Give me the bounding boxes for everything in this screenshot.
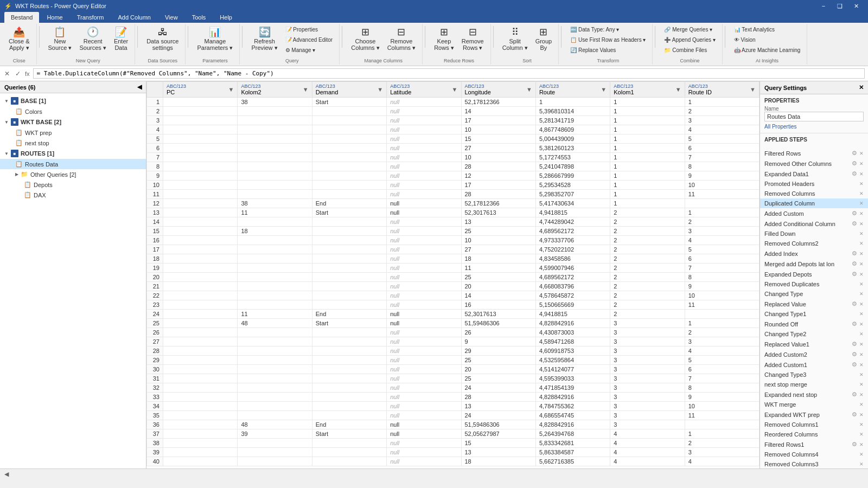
- step-delete-icon[interactable]: ✕: [859, 211, 864, 216]
- table-row[interactable]: 2null145,39681031412: [147, 107, 760, 116]
- table-row[interactable]: 3648Endnull51,594863064,8288429163: [147, 420, 760, 429]
- step-delete-icon[interactable]: ✕: [859, 161, 864, 166]
- kolom1-filter-icon[interactable]: ▼: [675, 86, 681, 93]
- step-gear-icon[interactable]: ⚙: [852, 351, 857, 358]
- step-delete-icon[interactable]: ✕: [859, 382, 864, 387]
- step-item[interactable]: Rounded Off⚙✕: [760, 319, 868, 329]
- query-item-next-stop[interactable]: 📋 next stop: [0, 138, 146, 148]
- table-row[interactable]: 1311Startnull52,30176134,941881521: [147, 208, 760, 217]
- table-row[interactable]: 8null285,24104789818: [147, 162, 760, 171]
- data-source-settings-button[interactable]: 🖧 Data sourcesettings: [143, 25, 182, 53]
- step-item[interactable]: Removed Columns2✕: [760, 239, 868, 248]
- col-kolom2[interactable]: ABC/123Kolom2 ▼: [238, 82, 312, 98]
- formula-cancel-button[interactable]: ✕: [3, 69, 11, 79]
- step-item[interactable]: Added Custom⚙✕: [760, 208, 868, 219]
- table-row[interactable]: 26null264,43087300332: [147, 328, 760, 337]
- step-gear-icon[interactable]: ⚙: [852, 411, 857, 418]
- table-row[interactable]: 16null104,97333770624: [147, 236, 760, 245]
- step-item[interactable]: Changed Type1✕: [760, 309, 868, 319]
- step-delete-icon[interactable]: ✕: [859, 261, 864, 267]
- query-item-depots[interactable]: 📋 Depots: [0, 179, 146, 190]
- step-item[interactable]: Removed Columns✕: [760, 189, 868, 198]
- demand-filter-icon[interactable]: ▼: [377, 86, 383, 93]
- step-delete-icon[interactable]: ✕: [859, 322, 864, 327]
- step-gear-icon[interactable]: ⚙: [852, 160, 857, 167]
- table-row[interactable]: 35null244,686554745311: [147, 411, 760, 420]
- query-group-wkt-base-header[interactable]: ▼ ■ WKT BASE [2]: [0, 117, 146, 127]
- refresh-preview-button[interactable]: 🔄 RefreshPreview ▾: [248, 25, 280, 54]
- step-gear-icon[interactable]: ⚙: [852, 170, 857, 177]
- step-item[interactable]: Replaced Value⚙✕: [760, 299, 868, 309]
- step-item[interactable]: Changed Type3✕: [760, 370, 868, 380]
- step-delete-icon[interactable]: ✕: [859, 181, 864, 187]
- table-row[interactable]: 2548Startnull51,594863064,82884291631: [147, 319, 760, 328]
- step-item[interactable]: Changed Type2✕: [760, 329, 868, 339]
- col-pc[interactable]: ABC/123PC ▼: [163, 82, 238, 98]
- step-gear-icon[interactable]: ⚙: [852, 361, 857, 368]
- query-item-routes-data[interactable]: 📋 Routes Data: [0, 159, 146, 169]
- query-item-dax[interactable]: 📋 DAX: [0, 190, 146, 200]
- route-filter-icon[interactable]: ▼: [601, 86, 607, 93]
- col-latitude[interactable]: ABC/123Latitude ▼: [387, 82, 461, 98]
- longitude-filter-icon[interactable]: ▼: [526, 86, 532, 93]
- step-delete-icon[interactable]: ✕: [859, 392, 864, 397]
- replace-values-button[interactable]: 🔄 Replace Values: [567, 46, 649, 55]
- combine-files-button[interactable]: 📁 Combine Files: [661, 46, 718, 55]
- step-item[interactable]: Added Custom1⚙✕: [760, 359, 868, 370]
- step-gear-icon[interactable]: ⚙: [852, 260, 857, 267]
- step-gear-icon[interactable]: ⚙: [852, 210, 857, 217]
- recent-sources-button[interactable]: 🕐 RecentSources ▾: [76, 25, 109, 54]
- table-row[interactable]: 1238Endnull52,178123665,4174306341: [147, 199, 760, 208]
- step-delete-icon[interactable]: ✕: [859, 452, 864, 457]
- table-row[interactable]: 31null254,59539903337: [147, 374, 760, 383]
- step-item[interactable]: Removed Columns1✕: [760, 420, 868, 429]
- tab-bestand[interactable]: Bestand: [4, 12, 39, 23]
- step-item[interactable]: Reordered Columns✕: [760, 429, 868, 439]
- step-item[interactable]: Expanded WKT prep⚙✕: [760, 409, 868, 420]
- table-row[interactable]: 23null165,150665669211: [147, 300, 760, 310]
- step-item[interactable]: Filtered Rows1⚙✕: [760, 439, 868, 450]
- step-item[interactable]: next stop merge✕: [760, 380, 868, 389]
- step-item[interactable]: Duplicated Column✕: [760, 198, 868, 208]
- table-row[interactable]: 19null114,59900794627: [147, 264, 760, 273]
- step-item[interactable]: Added Custom2⚙✕: [760, 349, 868, 359]
- tab-add-column[interactable]: Add Column: [111, 12, 157, 23]
- step-gear-icon[interactable]: ⚙: [852, 271, 857, 278]
- first-row-headers-button[interactable]: 📋 Use First Row as Headers ▾: [567, 35, 649, 44]
- right-panel-close-icon[interactable]: ✕: [859, 84, 864, 91]
- close-apply-button[interactable]: 📤 Close &Apply ▾: [5, 25, 33, 54]
- new-source-button[interactable]: 📋 NewSource ▾: [45, 25, 75, 54]
- text-analytics-button[interactable]: 📊 Text Analytics: [731, 25, 804, 34]
- step-item[interactable]: WKT merge✕: [760, 400, 868, 409]
- step-delete-icon[interactable]: ✕: [859, 272, 864, 277]
- table-row[interactable]: 38null155,83334268142: [147, 439, 760, 448]
- formula-input[interactable]: [33, 68, 865, 79]
- group-by-button[interactable]: ⊞ GroupBy: [532, 25, 556, 53]
- table-row[interactable]: 32null244,47185413938: [147, 383, 760, 393]
- remove-rows-button[interactable]: ⊟ RemoveRows ▾: [458, 25, 487, 54]
- table-row[interactable]: 4null104,86774860914: [147, 125, 760, 134]
- step-item[interactable]: Removed Duplicates✕: [760, 279, 868, 289]
- minimize-button[interactable]: −: [816, 1, 831, 11]
- step-delete-icon[interactable]: ✕: [859, 442, 864, 447]
- data-type-button[interactable]: 🔤 Data Type: Any ▾: [567, 25, 649, 34]
- step-delete-icon[interactable]: ✕: [859, 331, 864, 337]
- step-gear-icon[interactable]: ⚙: [852, 441, 857, 448]
- step-item[interactable]: Changed Type✕: [760, 289, 868, 299]
- table-row[interactable]: 39null135,86338458743: [147, 448, 760, 457]
- tab-tools[interactable]: Tools: [186, 12, 213, 23]
- tab-transform[interactable]: Transform: [71, 12, 111, 23]
- step-delete-icon[interactable]: ✕: [859, 231, 864, 236]
- query-group-base-header[interactable]: ▼ ■ BASE [1]: [0, 95, 146, 106]
- step-item[interactable]: Expanded next stop⚙✕: [760, 389, 868, 400]
- pc-filter-icon[interactable]: ▼: [228, 86, 234, 93]
- step-item[interactable]: Removed Other Columns⚙✕: [760, 158, 868, 169]
- advanced-editor-button[interactable]: 📝 Advanced Editor: [282, 35, 336, 44]
- query-item-colors[interactable]: 📋 Colors: [0, 106, 146, 117]
- col-route-id[interactable]: ABC/123Route ID ▼: [685, 82, 759, 98]
- step-gear-icon[interactable]: ⚙: [852, 150, 857, 157]
- table-row[interactable]: 6null275,38126012316: [147, 144, 760, 153]
- step-item[interactable]: Expanded Data1⚙✕: [760, 169, 868, 179]
- split-column-button[interactable]: ⠿ SplitColumn ▾: [499, 25, 531, 54]
- table-row[interactable]: 22null144,578645872210: [147, 291, 760, 300]
